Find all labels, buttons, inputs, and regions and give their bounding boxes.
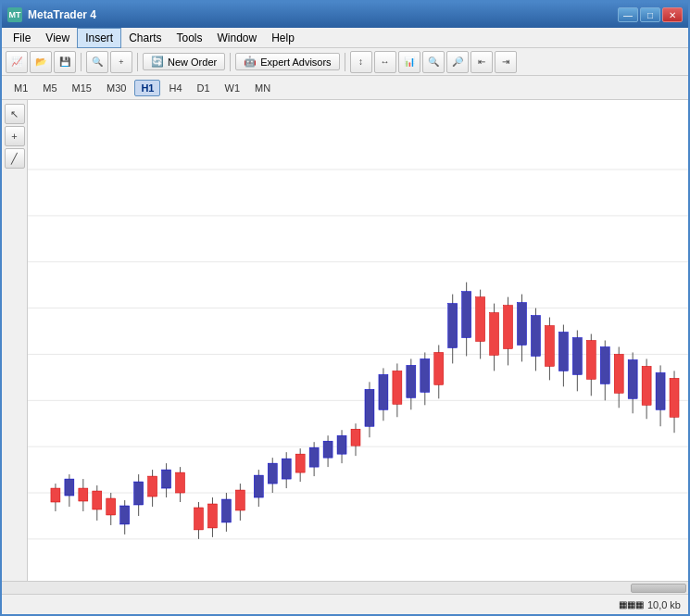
timeframe-bar: M1 M5 M15 M30 H1 H4 D1 W1 MN [2, 76, 688, 100]
tf-m5[interactable]: M5 [36, 80, 63, 96]
expert-label: Expert Advisors [260, 57, 331, 68]
expert-advisors-button[interactable]: 🤖 Expert Advisors [235, 53, 339, 70]
tf-m30[interactable]: M30 [100, 80, 132, 96]
menu-help[interactable]: Help [264, 28, 302, 48]
new-order-button[interactable]: 🔄 New Order [143, 53, 225, 70]
window-controls: — □ ✕ [618, 7, 683, 22]
tf-h1[interactable]: H1 [134, 80, 160, 96]
title-bar: MT MetaTrader 4 — □ ✕ [2, 2, 688, 28]
svg-rect-47 [309, 447, 319, 467]
svg-rect-29 [176, 472, 185, 493]
svg-rect-81 [545, 326, 554, 367]
svg-rect-25 [148, 476, 157, 497]
svg-rect-91 [614, 354, 623, 393]
menu-file[interactable]: File [6, 28, 38, 48]
svg-rect-41 [268, 463, 277, 484]
svg-rect-55 [365, 389, 374, 426]
grid-icon: ▦▦▦ [619, 599, 644, 610]
svg-rect-19 [107, 498, 116, 515]
svg-rect-23 [134, 482, 144, 505]
tf-h4[interactable]: H4 [162, 80, 188, 96]
content-area: ↖ + ╱ [2, 100, 688, 581]
toolbar-btn-5[interactable]: 📊 [398, 51, 420, 73]
maximize-button[interactable]: □ [640, 7, 660, 22]
app-icon: MT [7, 7, 22, 22]
svg-rect-57 [379, 374, 388, 409]
toolbar-btn-7[interactable]: ⇥ [495, 51, 517, 73]
toolbar-sep-3 [230, 53, 231, 71]
svg-rect-15 [79, 488, 88, 501]
svg-rect-65 [434, 352, 444, 384]
left-toolbar: ↖ + ╱ [2, 100, 28, 581]
toolbar-btn-6[interactable]: ⇤ [470, 51, 493, 73]
status-bar: ▦▦▦ 10,0 kb [2, 594, 688, 614]
new-order-label: New Order [168, 57, 217, 68]
svg-rect-35 [221, 499, 231, 522]
toolbar-btn-3[interactable]: ↕ [350, 51, 372, 73]
svg-rect-53 [351, 429, 360, 446]
svg-rect-79 [531, 316, 540, 357]
close-button[interactable]: ✕ [662, 7, 683, 22]
menu-charts[interactable]: Charts [121, 28, 169, 48]
open-button[interactable]: 📂 [30, 51, 52, 73]
line-tool[interactable]: ╱ [5, 148, 25, 169]
new-chart-button[interactable]: 📈 [6, 51, 28, 73]
toolbar-sep-2 [137, 53, 138, 71]
svg-rect-37 [235, 490, 245, 510]
candlestick-chart [28, 100, 688, 581]
svg-rect-99 [670, 378, 679, 417]
tf-m15[interactable]: M15 [66, 80, 98, 96]
menu-bar: File View Insert Charts Tools Window Hel… [2, 28, 688, 48]
svg-rect-49 [323, 441, 332, 458]
menu-tools[interactable]: Tools [169, 28, 210, 48]
svg-rect-13 [65, 479, 74, 496]
tf-d1[interactable]: D1 [191, 80, 217, 96]
chart-area[interactable]: Indicators ▶ Lines ▶ Channels ▶ [28, 100, 688, 581]
crosshair-tool[interactable]: + [5, 126, 25, 146]
toolbar-btn-2[interactable]: + [110, 51, 132, 73]
tf-mn[interactable]: MN [248, 80, 277, 96]
svg-rect-87 [586, 341, 596, 380]
svg-rect-95 [642, 366, 651, 405]
minimize-button[interactable]: — [618, 7, 638, 22]
menu-view[interactable]: View [38, 28, 77, 48]
window-title: MetaTrader 4 [28, 8, 96, 21]
svg-rect-33 [207, 504, 217, 528]
expert-icon: 🤖 [244, 56, 257, 68]
svg-rect-83 [558, 333, 568, 371]
cursor-tool[interactable]: ↖ [5, 104, 25, 124]
svg-rect-73 [490, 313, 499, 356]
svg-rect-45 [295, 454, 305, 472]
svg-rect-69 [462, 292, 471, 338]
svg-rect-21 [120, 506, 130, 524]
zoom-out-btn[interactable]: 🔎 [446, 51, 469, 73]
svg-rect-75 [504, 306, 513, 349]
svg-rect-51 [337, 435, 346, 454]
save-button[interactable]: 💾 [54, 51, 76, 73]
svg-rect-59 [393, 371, 402, 404]
svg-rect-39 [254, 475, 263, 497]
main-toolbar: 📈 📂 💾 🔍 + 🔄 New Order 🤖 Expert Advisors … [2, 48, 688, 76]
svg-rect-71 [476, 297, 485, 342]
tf-w1[interactable]: W1 [219, 80, 247, 96]
svg-rect-89 [600, 346, 609, 383]
tf-m1[interactable]: M1 [7, 80, 34, 96]
zoom-in-button[interactable]: 🔍 [86, 51, 108, 73]
svg-rect-27 [162, 470, 171, 488]
svg-rect-17 [93, 491, 102, 509]
toolbar-sep-4 [345, 53, 345, 71]
svg-rect-67 [448, 304, 458, 348]
svg-rect-93 [628, 359, 637, 398]
svg-rect-11 [51, 488, 60, 502]
zoom-in-btn[interactable]: 🔍 [422, 51, 445, 73]
toolbar-btn-4[interactable]: ↔ [374, 51, 396, 73]
svg-rect-61 [407, 365, 416, 397]
svg-rect-77 [518, 303, 527, 346]
toolbar-sep-1 [81, 53, 82, 71]
menu-insert[interactable]: Insert [77, 28, 121, 48]
new-order-icon: 🔄 [151, 56, 164, 68]
menu-window[interactable]: Window [210, 28, 265, 48]
scrollbar-thumb[interactable] [631, 584, 686, 593]
main-window: MT MetaTrader 4 — □ ✕ File View Insert C… [0, 0, 690, 616]
horizontal-scrollbar[interactable] [2, 581, 688, 594]
